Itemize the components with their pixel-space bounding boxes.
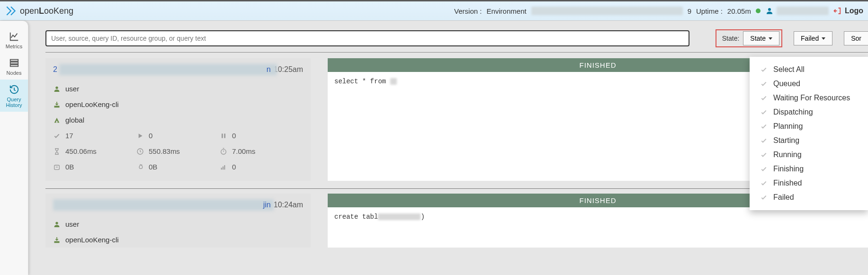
main-content: State: State Failed Sor Select All [28, 21, 868, 275]
bars-icon [220, 163, 227, 171]
sort-dropdown-button[interactable]: Sor [844, 31, 868, 45]
user-chip[interactable] [765, 7, 829, 15]
play-icon [136, 132, 144, 140]
state-option-waiting[interactable]: Waiting For Resources [750, 91, 868, 105]
check-icon [760, 194, 768, 201]
query-id-tail: n [267, 65, 271, 74]
stat-mem-current: 0B [53, 163, 136, 171]
state-option-finished[interactable]: Finished [750, 176, 868, 190]
query-id-row[interactable]: jin 10:24am [45, 194, 311, 216]
query-mem-stats: 0B 0B 0 [45, 159, 311, 175]
check-icon [760, 137, 768, 144]
environment-tail: 9 [688, 7, 691, 15]
status-dot-icon [756, 9, 761, 13]
hourglass-icon [53, 148, 61, 155]
check-icon [760, 66, 768, 73]
search-input[interactable] [45, 30, 689, 46]
logout-button[interactable]: Logo [833, 7, 863, 15]
logout-label: Logo [845, 7, 863, 15]
chart-icon [8, 31, 20, 42]
uptime-value: 20.05m [727, 7, 751, 15]
svg-rect-2 [10, 62, 18, 64]
stat-cpu-time: 7.00ms [220, 147, 303, 155]
state-option-dispatching[interactable]: Dispatching [750, 105, 868, 119]
sidebar-item-metrics[interactable]: Metrics [0, 27, 28, 53]
source-icon [53, 101, 61, 108]
state-option-finishing[interactable]: Finishing [750, 162, 868, 176]
environment-value [531, 7, 683, 15]
state-option-running[interactable]: Running [750, 148, 868, 162]
state-dropdown-button[interactable]: State [743, 31, 779, 45]
username-value [777, 7, 829, 15]
state-option-select-all[interactable]: Select All [750, 62, 868, 77]
query-time: 10:24am [271, 201, 303, 209]
stat-mem-peak: 0B [136, 163, 220, 171]
pause-icon [220, 132, 227, 140]
query-sql: create tabl) [328, 207, 868, 236]
caret-down-icon [822, 37, 825, 40]
query-user-row: user [45, 216, 311, 232]
state-label: State: [718, 32, 743, 45]
query-source: openLooKeng-cli [65, 236, 119, 244]
stat-done: 17 [53, 132, 136, 140]
clock-icon [136, 148, 144, 155]
logout-icon [833, 7, 842, 15]
version-label: Version : [454, 7, 482, 15]
logo-text: openLooKeng [20, 6, 73, 16]
source-icon [53, 236, 61, 244]
check-icon [760, 123, 768, 130]
svg-rect-1 [10, 60, 18, 62]
filter-controls: State: State Failed Sor Select All [716, 29, 868, 47]
uptime-label: Uptime : [696, 7, 723, 15]
query-group-row: global [45, 112, 311, 128]
nodes-icon [8, 58, 20, 68]
scale-icon [53, 163, 61, 171]
query-id-row[interactable]: 2 n 10:25am [45, 58, 311, 81]
sidebar-item-label: Query History [0, 97, 28, 108]
check-icon [53, 132, 61, 140]
state-option-failed[interactable]: Failed [750, 190, 868, 204]
check-icon [760, 80, 768, 88]
query-summary: 2 n 10:25am user openLooKeng-cli global [45, 58, 311, 181]
state-option-planning[interactable]: Planning [750, 119, 868, 133]
header-right: Version : Environment 9 Uptime : 20.05m … [454, 7, 863, 15]
query-group: global [65, 116, 84, 124]
check-icon [760, 151, 768, 159]
check-icon [760, 179, 768, 187]
query-row-counts: 17 0 0 [45, 128, 311, 143]
svg-point-4 [55, 86, 58, 89]
stat-running: 0 [136, 132, 220, 140]
sidebar-item-query-history[interactable]: Query History [0, 80, 28, 112]
svg-rect-5 [56, 121, 58, 123]
query-card: jin 10:24am user openLooKeng-cli FINISHE… [45, 194, 868, 248]
query-source-row: openLooKeng-cli [45, 97, 311, 112]
state-option-starting[interactable]: Starting [750, 133, 868, 148]
svg-rect-7 [224, 133, 225, 138]
query-summary: jin 10:24am user openLooKeng-cli [45, 194, 311, 248]
query-id-blurred [53, 199, 274, 211]
stat-queued-time: 450.06ms [53, 147, 136, 155]
divider [45, 188, 868, 189]
query-id-tail: jin [263, 201, 271, 209]
query-card: 2 n 10:25am user openLooKeng-cli global [45, 58, 868, 181]
check-icon [760, 165, 768, 173]
check-icon [760, 94, 768, 102]
query-id-blurred [59, 64, 277, 75]
query-source-row: openLooKeng-cli [45, 232, 311, 248]
logo[interactable]: openLooKeng [5, 5, 73, 17]
stopwatch-icon [220, 148, 227, 155]
svg-rect-10 [54, 165, 60, 169]
query-user-row: user [45, 81, 311, 97]
divider [45, 52, 868, 53]
failed-dropdown-button[interactable]: Failed [794, 31, 832, 45]
state-option-queued[interactable]: Queued [750, 77, 868, 91]
caret-down-icon [769, 37, 772, 40]
svg-point-9 [221, 149, 226, 154]
svg-point-14 [55, 222, 58, 224]
query-user: user [65, 220, 79, 228]
sidebar-item-nodes[interactable]: Nodes [0, 53, 28, 80]
svg-rect-6 [222, 133, 223, 138]
group-icon [53, 116, 61, 124]
environment-label: Environment [486, 7, 526, 15]
svg-rect-3 [10, 65, 18, 67]
